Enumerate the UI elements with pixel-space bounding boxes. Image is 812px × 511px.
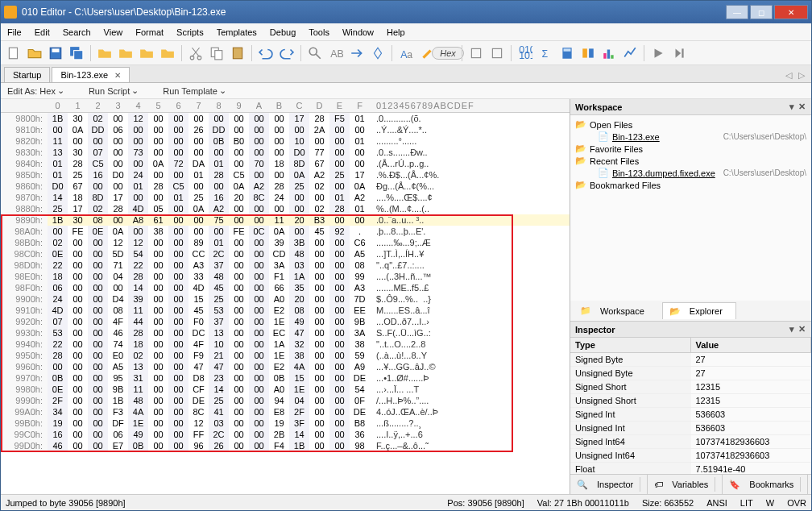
- hex-bytes[interactable]: 060000001400004D45000066350000A3: [48, 282, 370, 293]
- hex-byte[interactable]: 54: [350, 384, 370, 395]
- hex-bytes[interactable]: 22000071220000A33700003A03000008: [48, 260, 370, 271]
- hex-byte[interactable]: 00: [88, 248, 108, 260]
- hex-byte[interactable]: 61: [148, 214, 168, 226]
- hex-bytes[interactable]: 220000741800004F1000001A32000038: [48, 339, 370, 350]
- hex-byte[interactable]: 00: [148, 192, 168, 203]
- hex-byte[interactable]: 38: [148, 226, 168, 237]
- open-files-node[interactable]: 📂 Open Files: [575, 118, 806, 131]
- hex-byte[interactable]: 38: [350, 339, 370, 350]
- hex-byte[interactable]: 21: [209, 350, 229, 361]
- save-icon[interactable]: [46, 44, 65, 63]
- hex-byte[interactable]: 00: [269, 113, 289, 124]
- close-button[interactable]: ✕: [774, 5, 808, 19]
- hex-byte[interactable]: A0: [269, 293, 289, 305]
- hex-byte[interactable]: 00: [168, 169, 188, 181]
- menu-edit[interactable]: Edit: [35, 27, 50, 37]
- hex-byte[interactable]: 48: [209, 271, 229, 282]
- hex-byte[interactable]: 00: [68, 440, 88, 451]
- hex-byte[interactable]: 17: [108, 192, 128, 203]
- hex-byte[interactable]: 15: [188, 293, 209, 305]
- hex-byte[interactable]: 00: [168, 361, 188, 372]
- hex-byte[interactable]: 00: [309, 406, 329, 418]
- hex-byte[interactable]: 48: [128, 395, 148, 406]
- hex-byte[interactable]: 03: [209, 418, 229, 429]
- tab-explorer[interactable]: 📂 Explorer: [662, 302, 736, 319]
- hex-byte[interactable]: 00: [309, 282, 329, 293]
- hex-byte[interactable]: 15: [289, 372, 309, 384]
- hex-byte[interactable]: 00: [329, 237, 350, 248]
- hex-byte[interactable]: 06: [48, 282, 68, 293]
- hex-byte[interactable]: 14: [48, 192, 68, 203]
- hex-byte[interactable]: 0A: [68, 124, 88, 135]
- hex-byte[interactable]: 00: [229, 293, 249, 305]
- hex-byte[interactable]: 00: [329, 418, 350, 429]
- hex-byte[interactable]: 92: [329, 226, 350, 237]
- hex-byte[interactable]: 00: [88, 260, 108, 271]
- hex-byte[interactable]: 46: [48, 440, 68, 451]
- hex-byte[interactable]: 00: [249, 248, 269, 260]
- hex-byte[interactable]: 1E: [269, 316, 289, 327]
- hex-byte[interactable]: 66: [269, 282, 289, 293]
- hex-byte[interactable]: 14: [209, 384, 229, 395]
- hex-row[interactable]: 98D0h:22000071220000A33700003A03000008".…: [1, 260, 570, 271]
- hex-byte[interactable]: 00: [229, 316, 249, 327]
- paste-icon[interactable]: [228, 44, 247, 63]
- hex-byte[interactable]: 2C: [209, 429, 229, 440]
- hex-byte[interactable]: 00: [168, 282, 188, 293]
- hex-row[interactable]: 99A0h:340000F34A00008C410000E82F0000DE4.…: [1, 406, 570, 418]
- hex-byte[interactable]: F4: [269, 440, 289, 451]
- hex-ascii[interactable]: ...]T..Ì,..ÍH..¥: [370, 248, 570, 260]
- hex-byte[interactable]: 00: [148, 316, 168, 327]
- hex-byte[interactable]: 06: [108, 429, 128, 440]
- hex-byte[interactable]: 00: [68, 384, 88, 395]
- hex-byte[interactable]: 1A: [269, 339, 289, 350]
- hex-byte[interactable]: 0A: [350, 181, 370, 192]
- hex-row[interactable]: 9980h:0E00009B110000CF140000A01E000054..…: [1, 384, 570, 395]
- hex-byte[interactable]: 06: [108, 124, 128, 135]
- hex-byte[interactable]: 00: [329, 384, 350, 395]
- hex-ascii[interactable]: %..(M...¢....(..: [370, 203, 570, 214]
- hex-byte[interactable]: 00: [68, 260, 88, 271]
- hex-byte[interactable]: 28: [68, 158, 88, 169]
- hex-byte[interactable]: DD: [209, 124, 229, 135]
- hex-byte[interactable]: 00: [249, 305, 269, 316]
- hex-row[interactable]: 9990h:2F00001B480000DE250000940400000F/.…: [1, 395, 570, 406]
- hex-byte[interactable]: 00: [249, 169, 269, 181]
- hex-byte[interactable]: DF: [108, 418, 128, 429]
- hex-byte[interactable]: 00: [249, 293, 269, 305]
- hex-byte[interactable]: 00: [229, 429, 249, 440]
- hex-row[interactable]: 9940h:220000741800004F1000001A32000038".…: [1, 339, 570, 350]
- tab-nav-left-icon[interactable]: ◁: [782, 69, 795, 82]
- hex-bytes[interactable]: 16000006490000FF2C00002B14000036: [48, 429, 370, 440]
- hex-byte[interactable]: 18: [128, 339, 148, 350]
- hex-byte[interactable]: 67: [309, 158, 329, 169]
- hex-byte[interactable]: 44: [128, 316, 148, 327]
- hex-byte[interactable]: 00: [88, 237, 108, 248]
- hex-byte[interactable]: 31: [128, 372, 148, 384]
- hex-byte[interactable]: 00: [88, 181, 108, 192]
- hex-bytes[interactable]: 1B30020012000000000000001728F501: [48, 113, 370, 124]
- hex-byte[interactable]: 00: [68, 316, 88, 327]
- hex-byte[interactable]: E2: [269, 361, 289, 372]
- compare-icon[interactable]: [578, 44, 598, 63]
- hex-byte[interactable]: 01: [209, 158, 229, 169]
- hex-byte[interactable]: 20: [289, 293, 309, 305]
- hex-byte[interactable]: 8C: [188, 406, 209, 418]
- hex-row[interactable]: 9910h:4D00000811000045530000E2080000EEM.…: [1, 305, 570, 316]
- hex-byte[interactable]: D8: [188, 372, 209, 384]
- hex-byte[interactable]: 14: [128, 282, 148, 293]
- hex-byte[interactable]: 00: [229, 418, 249, 429]
- hex-byte[interactable]: 25: [188, 192, 209, 203]
- hex-row[interactable]: 98E0h:1800000428000033480000F11A000099..…: [1, 271, 570, 282]
- hex-byte[interactable]: 04: [108, 271, 128, 282]
- hex-byte[interactable]: 00: [209, 147, 229, 158]
- hex-byte[interactable]: 00: [229, 158, 249, 169]
- hex-byte[interactable]: DA: [188, 158, 209, 169]
- hex-byte[interactable]: 00: [148, 372, 168, 384]
- hex-bytes[interactable]: 0128C500000A72DA010070188D670000: [48, 158, 370, 169]
- hex-byte[interactable]: 00: [229, 406, 249, 418]
- goto-icon[interactable]: [347, 44, 367, 63]
- hex-bytes[interactable]: 280000E0020000F92100001E38000059: [48, 350, 370, 361]
- hex-byte[interactable]: 4A: [289, 361, 309, 372]
- hex-byte[interactable]: 00: [329, 293, 350, 305]
